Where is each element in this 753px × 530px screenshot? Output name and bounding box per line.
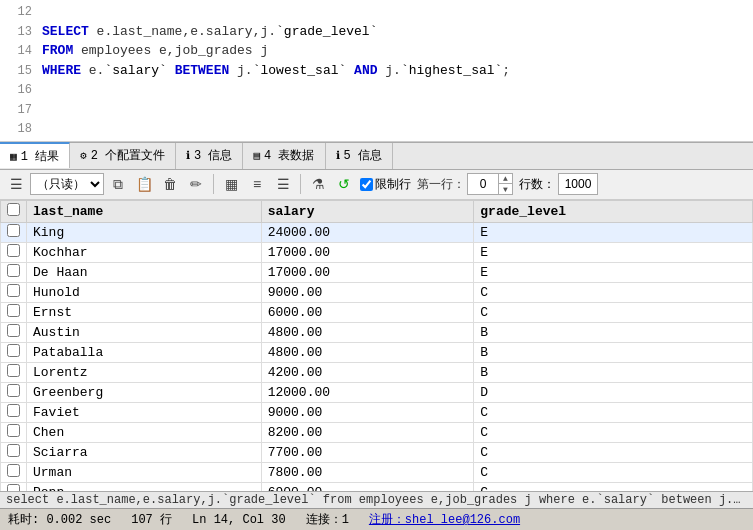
table-row[interactable]: Lorentz4200.00B — [1, 362, 753, 382]
cell-grade-level: C — [474, 462, 753, 482]
tab-tabledata[interactable]: ▤4 表数据 — [243, 143, 325, 169]
table-row[interactable]: Faviet9000.00C — [1, 402, 753, 422]
table-row[interactable]: Pataballa4800.00B — [1, 342, 753, 362]
cell-last-name: Austin — [27, 322, 262, 342]
code-token: `salary` — [104, 61, 166, 81]
row-checkbox[interactable] — [7, 224, 20, 237]
table-row[interactable]: Ernst6000.00C — [1, 302, 753, 322]
row-checkbox[interactable] — [7, 264, 20, 277]
code-token: FROM — [42, 41, 81, 61]
toolbar-list-btn[interactable]: ≡ — [245, 173, 269, 195]
tab-result[interactable]: ▦1 结果 — [0, 142, 70, 168]
toolbar-refresh-btn[interactable]: ↺ — [332, 173, 356, 195]
bottom-user[interactable]: 注册：shel_lee@126.com — [369, 511, 520, 528]
toolbar-filter-btn[interactable]: ⚗ — [306, 173, 330, 195]
code-token — [42, 2, 50, 22]
cell-last-name: Popp — [27, 482, 262, 491]
cell-salary: 7700.00 — [261, 442, 474, 462]
bottom-time: 耗时: 0.002 sec — [8, 511, 111, 528]
row-checkbox-cell[interactable] — [1, 222, 27, 242]
row-checkbox[interactable] — [7, 344, 20, 357]
select-all-checkbox[interactable] — [7, 203, 20, 216]
row-checkbox[interactable] — [7, 424, 20, 437]
row-checkbox-cell[interactable] — [1, 422, 27, 442]
code-line: 12 — [0, 2, 753, 22]
table-row[interactable]: Hunold9000.00C — [1, 282, 753, 302]
table-row[interactable]: Popp6900.00C — [1, 482, 753, 491]
table-row[interactable]: Chen8200.00C — [1, 422, 753, 442]
toolbar-copy-btn[interactable]: ⧉ — [106, 173, 130, 195]
line-number: 14 — [4, 42, 32, 60]
row-checkbox-cell[interactable] — [1, 382, 27, 402]
toolbar-menu-btn[interactable]: ☰ — [4, 173, 28, 195]
toolbar-paste-btn[interactable]: 📋 — [132, 173, 156, 195]
result-tab-icon: ▦ — [10, 150, 17, 163]
toolbar-form-btn[interactable]: ☰ — [271, 173, 295, 195]
info2-tab-icon: ℹ — [336, 149, 340, 162]
code-token: AND — [346, 61, 385, 81]
row-checkbox-cell[interactable] — [1, 282, 27, 302]
row-checkbox[interactable] — [7, 304, 20, 317]
row-checkbox-cell[interactable] — [1, 362, 27, 382]
first-row-down[interactable]: ▼ — [498, 184, 512, 195]
row-checkbox-cell[interactable] — [1, 242, 27, 262]
code-token: BETWEEN — [167, 61, 237, 81]
info-tab-icon: ℹ — [186, 149, 190, 162]
row-checkbox[interactable] — [7, 324, 20, 337]
row-count-label: 行数： — [519, 176, 555, 193]
table-row[interactable]: Austin4800.00B — [1, 322, 753, 342]
col-header-last_name[interactable]: last_name — [27, 200, 262, 222]
row-checkbox-cell[interactable] — [1, 322, 27, 342]
row-checkbox[interactable] — [7, 364, 20, 377]
table-row[interactable]: Greenberg12000.00D — [1, 382, 753, 402]
col-header-grade_level[interactable]: grade_level — [474, 200, 753, 222]
row-checkbox[interactable] — [7, 444, 20, 457]
row-count-input[interactable] — [558, 173, 598, 195]
row-checkbox-cell[interactable] — [1, 462, 27, 482]
col-header-salary[interactable]: salary — [261, 200, 474, 222]
row-checkbox-cell[interactable] — [1, 342, 27, 362]
row-checkbox[interactable] — [7, 464, 20, 477]
table-row[interactable]: Sciarra7700.00C — [1, 442, 753, 462]
table-row[interactable]: Kochhar17000.00E — [1, 242, 753, 262]
mode-select[interactable]: （只读） — [30, 173, 104, 195]
row-checkbox-cell[interactable] — [1, 442, 27, 462]
row-checkbox[interactable] — [7, 484, 20, 492]
row-checkbox[interactable] — [7, 384, 20, 397]
tab-label-tabledata: 4 表数据 — [264, 147, 314, 164]
toolbar-grid-btn[interactable]: ▦ — [219, 173, 243, 195]
row-checkbox[interactable] — [7, 284, 20, 297]
code-editor[interactable]: 12 13SELECT e.last_name,e.salary,j.`grad… — [0, 0, 753, 142]
toolbar-edit-btn[interactable]: ✏ — [184, 173, 208, 195]
limit-checkbox-label[interactable]: 限制行 — [360, 176, 411, 193]
cell-grade-level: C — [474, 422, 753, 442]
row-checkbox-cell[interactable] — [1, 482, 27, 491]
table-row[interactable]: De Haan17000.00E — [1, 262, 753, 282]
table-row[interactable]: King24000.00E — [1, 222, 753, 242]
row-checkbox-cell[interactable] — [1, 302, 27, 322]
col-header-checkbox[interactable] — [1, 200, 27, 222]
tab-config[interactable]: ⚙2 个配置文件 — [70, 143, 176, 169]
tab-info2[interactable]: ℹ5 信息 — [326, 143, 393, 169]
row-checkbox[interactable] — [7, 244, 20, 257]
toolbar: ☰ （只读） ⧉ 📋 🗑 ✏ ▦ ≡ ☰ ⚗ ↺ 限制行 第一行： ▲ ▼ 行数… — [0, 170, 753, 200]
code-token — [42, 100, 50, 120]
code-token: j. — [385, 61, 401, 81]
row-checkbox-cell[interactable] — [1, 402, 27, 422]
cell-salary: 9000.00 — [261, 282, 474, 302]
cell-grade-level: E — [474, 242, 753, 262]
bottom-rows: 107 行 — [131, 511, 172, 528]
table-row[interactable]: Urman7800.00C — [1, 462, 753, 482]
first-row-input[interactable] — [468, 177, 498, 191]
tab-info[interactable]: ℹ3 信息 — [176, 143, 243, 169]
row-checkbox-cell[interactable] — [1, 262, 27, 282]
results-area[interactable]: last_namesalarygrade_levelKing24000.00EK… — [0, 200, 753, 492]
line-number: 12 — [4, 3, 32, 21]
cell-grade-level: B — [474, 362, 753, 382]
row-checkbox[interactable] — [7, 404, 20, 417]
line-number: 18 — [4, 120, 32, 138]
first-row-up[interactable]: ▲ — [498, 173, 512, 184]
cell-salary: 8200.00 — [261, 422, 474, 442]
toolbar-delete-btn[interactable]: 🗑 — [158, 173, 182, 195]
limit-checkbox[interactable] — [360, 178, 373, 191]
